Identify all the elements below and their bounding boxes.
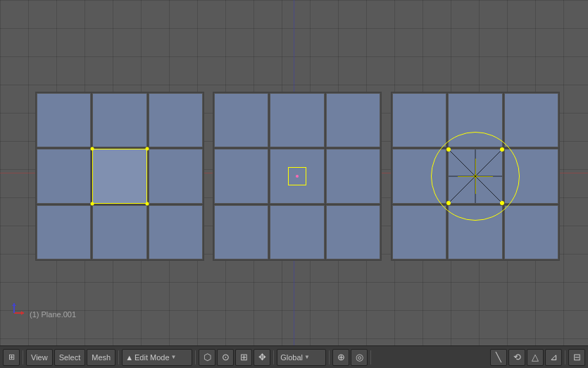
face: [326, 149, 380, 203]
face: [149, 205, 203, 259]
separator: [273, 350, 274, 364]
transform-button-4[interactable]: ⊿: [545, 349, 562, 366]
gear-icon: ⊕: [337, 352, 345, 362]
face: [149, 93, 203, 147]
object-mode-icon-button[interactable]: ⬡: [199, 349, 215, 366]
face: [392, 93, 446, 147]
mesh-menu-button[interactable]: Mesh: [87, 349, 115, 366]
global-dropdown[interactable]: Global ▼: [277, 349, 326, 366]
vertex: [91, 202, 94, 206]
mesh-label: Mesh: [92, 353, 111, 362]
face: [392, 149, 446, 203]
mesh-left: [35, 92, 204, 261]
face: [92, 205, 146, 259]
separator: [195, 350, 196, 364]
transform-icon-3: △: [532, 352, 539, 362]
cube-icon: ⬡: [204, 352, 211, 362]
viewport-icon: ⊞: [8, 352, 15, 362]
mesh-center: [213, 92, 382, 261]
viewport-type-button[interactable]: ⊞: [3, 349, 20, 366]
edit-mode-label: Edit Mode: [135, 353, 170, 362]
chevron-down-icon: ▼: [304, 354, 310, 360]
toolbar: ⊞ View Select Mesh ▲ Edit Mode ▼ ⬡ ⊙ ⊞ ✥…: [0, 345, 588, 368]
settings-button[interactable]: ⊕: [332, 349, 349, 366]
grid-icon: ⊞: [240, 352, 248, 362]
separator: [329, 350, 330, 364]
transform-icon-2: ⟲: [513, 352, 521, 362]
vertex: [91, 147, 94, 151]
transform-icon-4: ⊿: [550, 352, 558, 362]
face: [270, 205, 324, 259]
select-label: Select: [59, 353, 81, 362]
face: [504, 149, 558, 203]
camera-button[interactable]: ⊟: [568, 349, 585, 366]
separator: [565, 350, 565, 364]
chevron-down-icon: ▼: [171, 354, 177, 360]
magnet-icon: ⊙: [222, 352, 230, 362]
vertex: [146, 147, 149, 151]
viewport[interactable]: (1) Plane.001: [0, 0, 588, 345]
face: [326, 205, 380, 259]
vertex: [146, 202, 149, 206]
mesh-right: [391, 92, 560, 261]
render-button[interactable]: ◎: [351, 349, 368, 366]
vertex-center: [474, 175, 477, 178]
face: [214, 205, 268, 259]
face: [392, 205, 446, 259]
vertex-center: [296, 175, 299, 178]
face: [270, 93, 324, 147]
edit-mode-dropdown[interactable]: ▲ Edit Mode ▼: [122, 349, 192, 366]
separator: [118, 350, 119, 364]
face: [326, 93, 380, 147]
transform-button-2[interactable]: ⟲: [508, 349, 525, 366]
uv-button[interactable]: ⊞: [235, 349, 252, 366]
transform-button-3[interactable]: △: [527, 349, 544, 366]
face: [504, 93, 558, 147]
face: [149, 149, 203, 203]
face: [37, 205, 91, 259]
axis-indicator: [8, 298, 30, 319]
select-menu-button[interactable]: Select: [54, 349, 86, 366]
grab-button[interactable]: ✥: [254, 349, 270, 366]
transform-button-1[interactable]: ╲: [490, 349, 507, 366]
circle-icon: ◎: [356, 352, 363, 362]
face-center: [92, 149, 146, 203]
svg-marker-2: [21, 311, 24, 315]
face: [448, 93, 502, 147]
svg-marker-3: [12, 303, 16, 306]
face: [37, 149, 91, 203]
global-label: Global: [280, 353, 303, 362]
face: [448, 205, 502, 259]
hand-icon: ✥: [258, 352, 266, 362]
camera-icon: ⊟: [573, 352, 581, 362]
snap-button[interactable]: ⊙: [217, 349, 234, 366]
face: [37, 93, 91, 147]
separator: [23, 350, 23, 364]
view-menu-button[interactable]: View: [26, 349, 53, 366]
transform-icon-1: ╲: [496, 352, 501, 362]
face: [92, 93, 146, 147]
edit-mode-icon: ▲: [125, 353, 133, 362]
face: [214, 149, 268, 203]
separator: [370, 350, 371, 364]
info-text: (1) Plane.001: [30, 310, 76, 319]
view-label: View: [31, 353, 48, 362]
face: [214, 93, 268, 147]
face: [504, 205, 558, 259]
